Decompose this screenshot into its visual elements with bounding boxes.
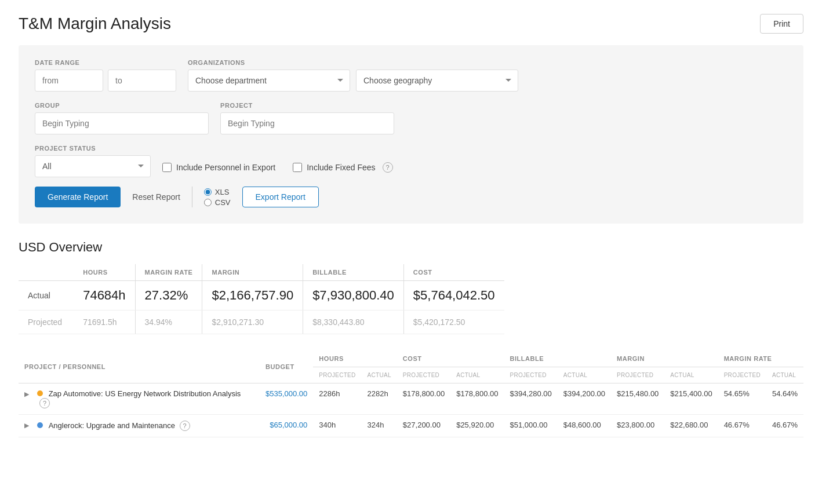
date-from-input[interactable] — [35, 70, 103, 92]
row-hours-actual: 2282h — [362, 384, 397, 415]
project-name-cell: Anglerock: Upgrade and Maintenance ? — [31, 415, 260, 437]
row-cost-actual: $25,920.00 — [450, 415, 504, 437]
generate-report-button[interactable]: Generate Report — [35, 187, 121, 207]
page-header: T&M Margin Analysis Print — [19, 14, 803, 34]
project-name: Anglerock: Upgrade and Maintenance — [49, 421, 175, 430]
date-to-input[interactable] — [108, 70, 176, 92]
overview-col-cost: COST — [403, 264, 504, 281]
group-input[interactable] — [35, 112, 209, 134]
include-personnel-label[interactable]: Include Personnel in Export — [162, 163, 275, 172]
hours-actual-header: ACTUAL — [362, 367, 397, 384]
date-range-label: DATE RANGE — [35, 59, 176, 66]
project-dot-icon — [37, 390, 43, 396]
row-billable-projected: $51,000.00 — [504, 415, 557, 437]
row-margin-rate-actual: 54.64% — [766, 384, 803, 415]
projected-margin-rate: 34.94% — [135, 311, 202, 334]
margin-projected-header: PROJECTED — [611, 367, 664, 384]
row-cost-projected: $27,200.00 — [397, 415, 450, 437]
margin-rate-projected-header: PROJECTED — [718, 367, 766, 384]
export-report-button[interactable]: Export Report — [242, 187, 319, 207]
options-row: Include Personnel in Export Include Fixe… — [162, 162, 393, 173]
projected-hours: 71691.5h — [74, 311, 135, 334]
actual-billable: $7,930,800.40 — [303, 281, 404, 311]
actual-row: Actual 74684h 27.32% $2,166,757.90 $7,93… — [19, 281, 504, 311]
organizations-label: ORGANIZATIONS — [188, 59, 518, 66]
row-expand[interactable]: ▶ — [19, 384, 31, 415]
row-billable-actual: $48,600.00 — [558, 415, 611, 437]
col-budget: BUDGET — [260, 350, 313, 384]
budget-link[interactable]: $65,000.00 — [270, 421, 307, 429]
project-label: PROJECT — [220, 102, 394, 109]
export-format-group: XLS CSV — [204, 188, 231, 207]
expand-arrow-icon: ▶ — [24, 390, 29, 397]
col-margin-rate-group: MARGIN RATE — [718, 350, 803, 367]
status-filter-group: PROJECT STATUS All Active Inactive Compl… — [35, 145, 151, 177]
status-select[interactable]: All Active Inactive Completed — [35, 155, 151, 177]
detail-header-top: PROJECT / PERSONNEL BUDGET HOURS COST BI… — [19, 350, 803, 367]
xls-radio-label[interactable]: XLS — [204, 188, 231, 196]
organizations-group: ORGANIZATIONS Choose department Choose g… — [188, 59, 518, 92]
projected-cost: $5,420,172.50 — [403, 311, 504, 334]
margin-actual-header: ACTUAL — [664, 367, 718, 384]
table-row: ▶ Anglerock: Upgrade and Maintenance ? $… — [19, 415, 803, 437]
row-hours-actual: 324h — [362, 415, 397, 437]
include-fixed-fees-checkbox[interactable] — [293, 163, 302, 172]
table-row: ▶ Zap Automotive: US Energy Network Dist… — [19, 384, 803, 415]
billable-projected-header: PROJECTED — [504, 367, 557, 384]
csv-radio[interactable] — [204, 199, 212, 206]
xls-radio[interactable] — [204, 188, 212, 196]
row-cost-projected: $178,800.00 — [397, 384, 450, 415]
usd-overview-title: USD Overview — [19, 240, 803, 255]
project-help-icon[interactable]: ? — [180, 421, 190, 431]
actual-cost: $5,764,042.50 — [403, 281, 504, 311]
row-hours-projected: 2286h — [313, 384, 361, 415]
row-hours-projected: 340h — [313, 415, 361, 437]
col-margin-group: MARGIN — [611, 350, 718, 367]
project-name-cell: Zap Automotive: US Energy Network Distri… — [31, 384, 260, 415]
project-name: Zap Automotive: US Energy Network Distri… — [49, 389, 241, 398]
row-margin-actual: $215,400.00 — [664, 384, 718, 415]
overview-table: HOURS MARGIN RATE MARGIN BILLABLE COST A… — [19, 264, 504, 334]
row-expand[interactable]: ▶ — [19, 415, 31, 437]
group-label: GROUP — [35, 102, 209, 109]
row-margin-actual: $22,680.00 — [664, 415, 718, 437]
filter-row-3: PROJECT STATUS All Active Inactive Compl… — [35, 145, 787, 177]
actions-divider — [192, 187, 192, 207]
actual-margin: $2,166,757.90 — [202, 281, 303, 311]
overview-col-hours: HOURS — [74, 264, 135, 281]
actions-row: Generate Report Reset Report XLS CSV Exp… — [35, 187, 787, 207]
projected-margin: $2,910,271.30 — [202, 311, 303, 334]
print-button[interactable]: Print — [760, 14, 803, 34]
col-cost-group: COST — [397, 350, 504, 367]
projected-row: Projected 71691.5h 34.94% $2,910,271.30 … — [19, 311, 504, 334]
project-input[interactable] — [220, 112, 394, 134]
row-billable-actual: $394,200.00 — [558, 384, 611, 415]
row-margin-rate-projected: 46.67% — [718, 415, 766, 437]
billable-actual-header: ACTUAL — [558, 367, 611, 384]
actual-margin-rate: 27.32% — [135, 281, 202, 311]
row-budget: $65,000.00 — [260, 415, 313, 437]
col-hours-group: HOURS — [313, 350, 397, 367]
overview-col-margin-rate: MARGIN RATE — [135, 264, 202, 281]
fixed-fees-help-icon[interactable]: ? — [383, 162, 393, 173]
include-personnel-checkbox[interactable] — [162, 163, 172, 172]
hours-projected-header: PROJECTED — [313, 367, 361, 384]
include-fixed-fees-label[interactable]: Include Fixed Fees ? — [293, 162, 392, 173]
page-title: T&M Margin Analysis — [19, 14, 171, 33]
project-help-icon[interactable]: ? — [39, 398, 50, 408]
geography-select[interactable]: Choose geography — [356, 70, 518, 92]
cost-actual-header: ACTUAL — [450, 367, 504, 384]
status-label: PROJECT STATUS — [35, 145, 151, 152]
filter-row-2: GROUP PROJECT — [35, 102, 787, 134]
row-margin-projected: $215,480.00 — [611, 384, 664, 415]
actual-hours: 74684h — [74, 281, 135, 311]
filter-panel: DATE RANGE ORGANIZATIONS Choose departme… — [19, 45, 803, 224]
row-cost-actual: $178,800.00 — [450, 384, 504, 415]
budget-link[interactable]: $535,000.00 — [265, 389, 307, 398]
department-select[interactable]: Choose department — [188, 70, 350, 92]
row-margin-projected: $23,800.00 — [611, 415, 664, 437]
row-margin-rate-projected: 54.65% — [718, 384, 766, 415]
actual-label: Actual — [19, 281, 74, 311]
csv-radio-label[interactable]: CSV — [204, 198, 231, 207]
reset-report-button[interactable]: Reset Report — [132, 192, 180, 202]
